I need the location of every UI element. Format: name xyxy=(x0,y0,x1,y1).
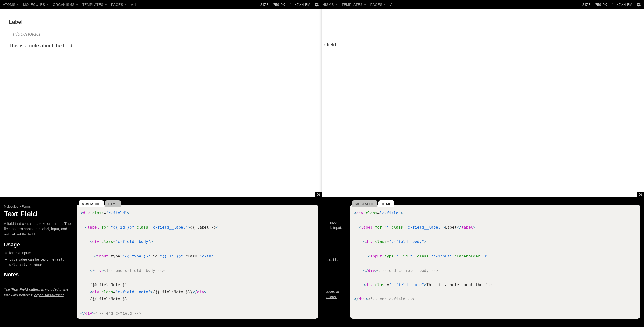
included-link[interactable]: nisms- xyxy=(326,295,337,299)
tab-html[interactable]: HTML xyxy=(378,200,394,207)
size-px[interactable]: 759 PX xyxy=(273,3,285,6)
size-sep: / xyxy=(290,3,290,6)
nav-templates[interactable]: TEMPLATES xyxy=(82,3,107,6)
pattern-meta: Molecules > Forms Text Field A field tha… xyxy=(4,205,76,323)
text-fragment: bel, input, xyxy=(326,226,342,230)
notes-heading: Notes xyxy=(4,272,72,278)
info-drawer: ✕ Molecules > Forms Text Field A field t… xyxy=(0,198,322,327)
code-panel: MUSTACHE HTML <div class="c-field"> <lab… xyxy=(76,205,318,323)
form-note: e field xyxy=(322,42,635,48)
text-fragment: luded in xyxy=(326,289,339,293)
usage-list: for text inputs type value can be text, … xyxy=(4,250,72,267)
nav-item-label: MOLECULES xyxy=(23,3,45,6)
code-tabs: MUSTACHE HTML xyxy=(78,200,121,207)
chevron-down-icon xyxy=(384,4,386,5)
nav-item-label: TEMPLATES xyxy=(82,3,104,6)
chevron-down-icon xyxy=(76,4,78,5)
chevron-down-icon xyxy=(364,4,366,5)
nav-organisms[interactable]: NISMS xyxy=(322,3,337,6)
nav-all[interactable]: ALL xyxy=(131,3,137,6)
chevron-down-icon xyxy=(124,4,126,5)
nav-organisms[interactable]: ORGANISMS xyxy=(53,3,78,6)
nav-item-label: PAGES xyxy=(111,3,123,6)
included-strong: Text Field xyxy=(11,287,28,292)
form-note: This is a note about the field xyxy=(9,43,313,48)
code-inline: type xyxy=(9,258,18,261)
info-drawer: ✕ n input. bel, input, email, luded in n… xyxy=(322,198,644,327)
form-label: Label xyxy=(9,19,313,25)
usage-heading: Usage xyxy=(4,242,72,248)
size-em[interactable]: 47.44 EM xyxy=(295,3,310,6)
close-icon: ✕ xyxy=(316,192,321,198)
top-nav: ATOMS MOLECULES ORGANISMS TEMPLATES PAGE… xyxy=(0,0,322,9)
nav-item-label: ATOMS xyxy=(3,3,15,6)
usage-item: for text inputs xyxy=(9,250,72,255)
tab-mustache[interactable]: MUSTACHE xyxy=(78,200,104,207)
panel-left: ATOMS MOLECULES ORGANISMS TEMPLATES PAGE… xyxy=(0,0,322,327)
included-in: The Text Field pattern is included in th… xyxy=(4,287,72,298)
usage-text: value can be xyxy=(18,257,40,261)
code-box[interactable]: <div class="c-field"> <label for="{{ id … xyxy=(76,205,318,318)
nav-item-label: ALL xyxy=(390,3,396,6)
chevron-down-icon xyxy=(335,4,337,5)
breadcrumb: Molecules > Forms xyxy=(4,205,72,208)
text-fragment: n input. xyxy=(326,220,338,224)
pattern-description: A field that contains a text form input.… xyxy=(4,221,72,237)
chevron-down-icon xyxy=(46,4,48,5)
size-em[interactable]: 47.44 EM xyxy=(617,3,632,6)
size-label: SIZE xyxy=(582,3,591,6)
tab-mustache[interactable]: MUSTACHE xyxy=(352,200,378,207)
nav-item-label: PAGES xyxy=(370,3,382,6)
code-panel: MUSTACHE HTML <div class="c-field"> <lab… xyxy=(350,205,640,323)
close-button[interactable]: ✕ xyxy=(637,192,644,198)
size-label: SIZE xyxy=(260,3,269,6)
chevron-down-icon xyxy=(17,4,19,5)
pattern-title: Text Field xyxy=(4,210,72,218)
nav-pages[interactable]: PAGES xyxy=(111,3,127,6)
pattern-description-fragment: n input. bel, input, xyxy=(326,220,348,230)
text-field-input[interactable] xyxy=(9,28,313,40)
code-inline: email, xyxy=(326,258,339,262)
code-box[interactable]: <div class="c-field"> <label for="" clas… xyxy=(350,205,640,318)
nav-templates[interactable]: TEMPLATES xyxy=(342,3,366,6)
usage-item: type value can be text, email, url, tel,… xyxy=(9,257,72,267)
nav-item-label: TEMPLATES xyxy=(342,3,363,6)
chevron-down-icon xyxy=(105,4,107,5)
included-text: The xyxy=(4,287,11,292)
nav-pages[interactable]: PAGES xyxy=(370,3,386,6)
nav-molecules[interactable]: MOLECULES xyxy=(23,3,48,6)
divider xyxy=(4,282,72,282)
panel-right: NISMS TEMPLATES PAGES ALL SIZE 759 PX / … xyxy=(322,0,644,327)
nav-item-label: NISMS xyxy=(322,3,334,6)
nav-atoms[interactable]: ATOMS xyxy=(3,3,19,6)
close-icon: ✕ xyxy=(638,192,643,198)
pattern-preview: Label This is a note about the field xyxy=(0,9,322,48)
text-field-input[interactable] xyxy=(322,27,635,39)
nav-item-label: ALL xyxy=(131,3,137,6)
code-tabs: MUSTACHE HTML xyxy=(352,200,394,207)
size-px[interactable]: 759 PX xyxy=(595,3,607,6)
gear-icon[interactable] xyxy=(637,2,641,7)
close-button[interactable]: ✕ xyxy=(315,192,322,198)
top-nav: NISMS TEMPLATES PAGES ALL SIZE 759 PX / … xyxy=(322,0,644,9)
pattern-meta: n input. bel, input, email, luded in nis… xyxy=(326,205,350,323)
included-link[interactable]: organisms-fieldset xyxy=(34,293,64,297)
usage-fragment: email, xyxy=(326,257,348,262)
pattern-preview: e field xyxy=(322,9,644,48)
nav-item-label: ORGANISMS xyxy=(53,3,74,6)
included-fragment: luded in nisms- xyxy=(326,289,348,300)
gear-icon[interactable] xyxy=(315,2,319,7)
size-sep: / xyxy=(612,3,612,6)
nav-all[interactable]: ALL xyxy=(390,3,396,6)
tab-html[interactable]: HTML xyxy=(105,200,121,207)
